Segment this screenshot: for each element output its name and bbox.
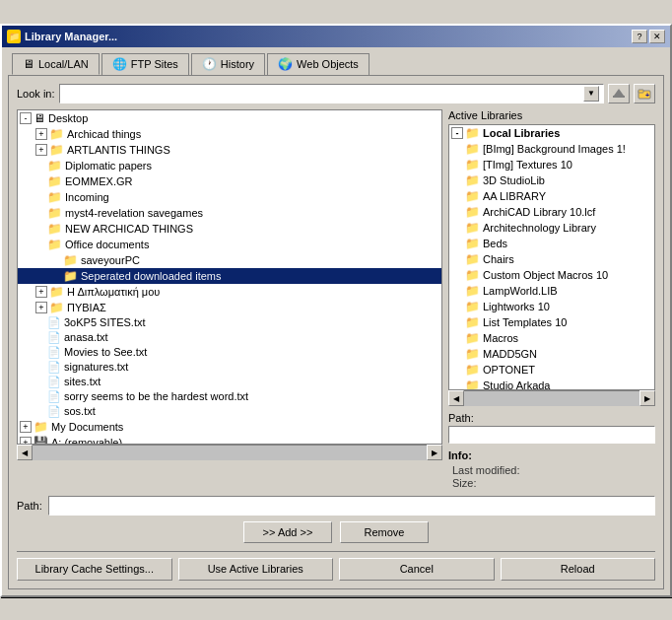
tree-item-saveyourpc[interactable]: 📁 saveyourPC (18, 252, 441, 268)
lib-item-studio-arkada[interactable]: 📁 Studio Arkada (449, 378, 654, 390)
tree-item-diplomatiki[interactable]: + 📁 Η Διπλωματική μου (18, 284, 441, 300)
history-icon: 🕐 (202, 57, 217, 71)
tree-label-new-archicad: NEW ARCHICAD THINGS (65, 223, 193, 235)
tree-item-myst4[interactable]: 📁 myst4-revelation savegames (18, 205, 441, 221)
lib-item-beds[interactable]: 📁 Beds (449, 236, 654, 251)
expand-removable[interactable]: + (20, 437, 32, 445)
libraries-tree: - 📁 Local Libraries 📁 [BImg] Background … (448, 124, 655, 390)
file-icon-2: 📄 (47, 331, 61, 344)
tree-label-diplomatic: Diplomatic papers (65, 160, 152, 172)
remove-button[interactable]: Remove (340, 521, 429, 543)
tree-item-incoming[interactable]: 📁 Incoming (18, 189, 441, 205)
tree-item-my-docs[interactable]: + 📁 My Documents (18, 419, 441, 435)
tree-item-office[interactable]: 📁 Office documents (18, 237, 441, 252)
expand-artlantis[interactable]: + (35, 144, 47, 156)
tab-local-lan[interactable]: 🖥 Local/LAN (12, 53, 100, 75)
file-icon-4: 📄 (47, 361, 61, 374)
scroll-left-button[interactable]: ◀ (17, 445, 33, 460)
tree-item-new-archicad[interactable]: 📁 NEW ARCHICAD THINGS (18, 221, 441, 237)
lib-label-studio-arkada: Studio Arkada (483, 379, 551, 390)
folder-icon-my-docs: 📁 (34, 420, 48, 434)
lib-item-3dstudio[interactable]: 📁 3D StudioLib (449, 172, 654, 188)
tab-web-objects[interactable]: 🌍 Web Objects (267, 53, 370, 75)
tree-label-archicad: Archicad things (67, 128, 141, 140)
reload-button[interactable]: Reload (501, 558, 656, 581)
tree-item-file7[interactable]: 📄 sos.txt (18, 404, 441, 419)
tree-item-pybias[interactable]: + 📁 ΠΥΒΙΑΣ (18, 300, 441, 315)
lib-item-timg[interactable]: 📁 [TImg] Textures 10 (449, 157, 654, 172)
tree-label-my-docs: My Documents (51, 421, 123, 433)
libs-scroll-left[interactable]: ◀ (448, 390, 464, 406)
lib-item-lampworld[interactable]: 📁 LampWorld.LIB (449, 283, 654, 299)
tree-item-file5[interactable]: 📄 sites.txt (18, 375, 441, 389)
tree-item-desktop[interactable]: - 🖥 Desktop (18, 110, 441, 126)
lib-item-custom-object[interactable]: 📁 Custom Object Macros 10 (449, 267, 654, 283)
svg-marker-1 (614, 89, 624, 96)
size-field: Size: (448, 477, 655, 489)
horiz-scroll-track[interactable] (33, 446, 427, 460)
lib-label-bimg: [BImg] Background Images 1! (483, 143, 626, 155)
tree-item-file6[interactable]: 📄 sorry seems to be the hardest word.txt (18, 389, 441, 404)
folder-icon-macros: 📁 (465, 331, 480, 345)
combo-arrow[interactable]: ▼ (583, 86, 599, 102)
tree-item-removable[interactable]: + 💾 A: (removable) (18, 435, 441, 445)
lib-item-chairs[interactable]: 📁 Chairs (449, 251, 654, 267)
expand-my-docs[interactable]: + (20, 421, 32, 433)
expand-archicad[interactable]: + (35, 128, 47, 140)
tree-item-artlantis[interactable]: + 📁 ARTLANTIS THINGS (18, 142, 441, 158)
folder-icon-list-templates: 📁 (465, 315, 480, 329)
lib-item-list-templates[interactable]: 📁 List Templates 10 (449, 314, 654, 330)
tree-label-incoming: Incoming (65, 191, 109, 203)
tree-item-file3[interactable]: 📄 Movies to See.txt (18, 345, 441, 360)
lib-item-archicad-lcf[interactable]: 📁 ArchiCAD Library 10.lcf (449, 204, 654, 220)
libs-scroll-track[interactable] (464, 391, 639, 406)
lib-label-archicad-lcf: ArchiCAD Library 10.lcf (483, 206, 595, 218)
tab-ftp-sites[interactable]: 🌐 FTP Sites (101, 53, 189, 75)
tree-label-removable: A: (removable) (51, 437, 122, 445)
folder-icon-pybias: 📁 (49, 301, 64, 314)
lib-item-macros[interactable]: 📁 Macros (449, 330, 654, 346)
expand-pybias[interactable]: + (35, 302, 47, 313)
tree-item-file2[interactable]: 📄 anasa.txt (18, 330, 441, 345)
expand-desktop[interactable]: - (20, 112, 32, 124)
cancel-button[interactable]: Cancel (339, 558, 495, 581)
file-icon-1: 📄 (47, 316, 61, 329)
lib-label-3dstudio: 3D StudioLib (483, 174, 545, 186)
info-section: Info: Last modified: Size: (448, 449, 655, 489)
look-in-combo[interactable]: ▼ (59, 84, 604, 103)
lib-item-optonet[interactable]: 📁 OPTONET (449, 362, 654, 378)
close-button[interactable]: ✕ (649, 30, 665, 43)
lib-item-aa[interactable]: 📁 AA LIBRARY (449, 188, 654, 204)
tree-item-file1[interactable]: 📄 3oKP5 SITES.txt (18, 315, 441, 330)
folder-icon-archicad: 📁 (49, 127, 64, 141)
lib-item-maddsgn[interactable]: 📁 MADD5GN (449, 346, 654, 362)
tree-item-diplomatic[interactable]: 📁 Diplomatic papers (18, 158, 441, 173)
library-cache-button[interactable]: Library Cache Settings... (17, 558, 172, 581)
use-active-libraries-button[interactable]: Use Active Libraries (178, 558, 334, 581)
right-path-input[interactable] (448, 426, 655, 444)
folder-icon-bimg: 📁 (465, 142, 480, 156)
help-button[interactable]: ? (632, 30, 647, 43)
nav-up-button[interactable] (608, 84, 630, 103)
folder-icon-lightworks: 📁 (465, 300, 480, 313)
tree-item-file4[interactable]: 📄 signatures.txt (18, 360, 441, 375)
tree-label-office: Office documents (65, 239, 149, 250)
scroll-right-button[interactable]: ▶ (427, 445, 442, 460)
add-button[interactable]: >> Add >> (243, 521, 332, 543)
tree-item-eommex[interactable]: 📁 EOMMEX.GR (18, 173, 441, 189)
tree-item-archicad[interactable]: + 📁 Archicad things (18, 126, 441, 142)
expand-diplomatiki[interactable]: + (35, 286, 47, 298)
folder-icon-diplomatic: 📁 (47, 159, 62, 172)
tree-item-seperated[interactable]: 📁 Seperated downloaded items (18, 268, 441, 284)
tab-history[interactable]: 🕐 History (191, 53, 265, 75)
libs-scroll-right[interactable]: ▶ (639, 390, 655, 406)
bottom-path-input[interactable] (48, 496, 655, 516)
title-bar-left: 📁 Library Manager... (7, 30, 117, 43)
nav-new-folder-button[interactable]: + (634, 84, 655, 103)
tree-label-file5: sites.txt (64, 376, 101, 387)
tab-web-label: Web Objects (297, 58, 359, 70)
lib-item-lightworks[interactable]: 📁 Lightworks 10 (449, 299, 654, 314)
expand-local-libs[interactable]: - (451, 127, 463, 139)
lib-item-architechnology[interactable]: 📁 Architechnology Library (449, 220, 654, 236)
lib-item-bimg[interactable]: 📁 [BImg] Background Images 1! (449, 141, 654, 157)
